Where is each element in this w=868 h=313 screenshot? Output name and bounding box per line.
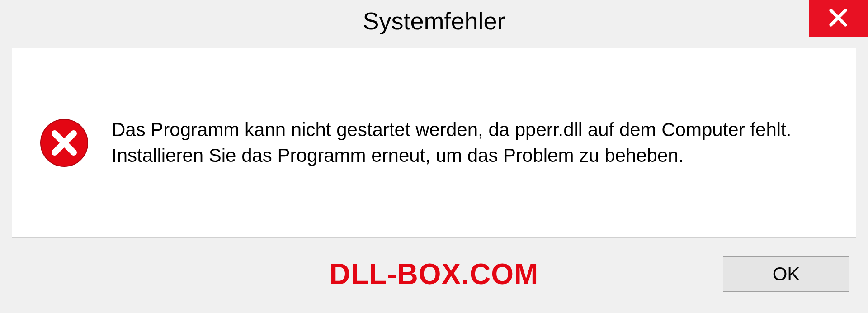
ok-button[interactable]: OK [723, 256, 849, 292]
close-button[interactable] [809, 0, 868, 37]
watermark-text: DLL-BOX.COM [330, 257, 539, 291]
close-icon [827, 7, 849, 30]
titlebar: Systemfehler [0, 0, 868, 41]
error-icon [39, 118, 89, 168]
dialog-footer: DLL-BOX.COM OK [0, 249, 868, 313]
dialog-title: Systemfehler [363, 7, 505, 35]
ok-button-label: OK [773, 263, 800, 285]
error-message: Das Programm kann nicht gestartet werden… [112, 117, 829, 168]
content-area: Das Programm kann nicht gestartet werden… [12, 48, 856, 238]
error-dialog: Systemfehler Das Programm kann nicht ges… [0, 0, 868, 313]
